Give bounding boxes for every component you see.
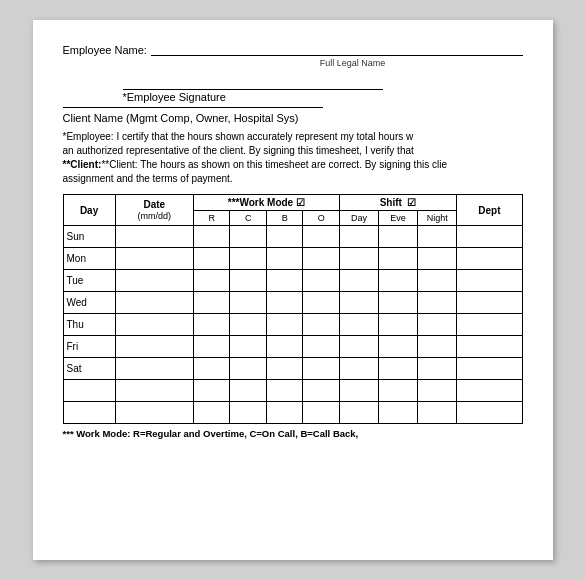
wm-o-sun — [303, 226, 340, 248]
divider — [63, 107, 323, 108]
table-row-extra1 — [63, 380, 522, 402]
page: Employee Name: Full Legal Name *Employee… — [33, 20, 553, 560]
shift-day-wed — [339, 292, 378, 314]
wm-b-sun — [266, 226, 303, 248]
day-sat: Sat — [63, 358, 115, 380]
col-workmode: ***Work Mode ☑ — [193, 195, 339, 211]
dept-thu — [457, 314, 522, 336]
dept-sat — [457, 358, 522, 380]
shift-eve-wed — [379, 292, 418, 314]
signature-line — [123, 74, 383, 90]
day-mon: Mon — [63, 248, 115, 270]
table-row: Wed — [63, 292, 522, 314]
dept-extra2 — [457, 402, 522, 424]
day-sun: Sun — [63, 226, 115, 248]
wm-r-thu — [193, 314, 230, 336]
shift-day-tue — [339, 270, 378, 292]
wm-b-tue — [266, 270, 303, 292]
shift-night-sat — [418, 358, 457, 380]
wm-o-extra1 — [303, 380, 340, 402]
wm-r-fri — [193, 336, 230, 358]
footnote-bold: *** Work Mode: R=Regular and Overtime, C… — [63, 428, 359, 439]
wm-c-extra1 — [230, 380, 267, 402]
date-tue — [115, 270, 193, 292]
wm-b-extra2 — [266, 402, 303, 424]
wm-b: B — [266, 211, 303, 226]
wm-o-thu — [303, 314, 340, 336]
shift-eve-extra2 — [379, 402, 418, 424]
col-shift: Shift ☑ — [339, 195, 456, 211]
wm-o-wed — [303, 292, 340, 314]
date-mon — [115, 248, 193, 270]
table-header-main: Day Date(mm/dd) ***Work Mode ☑ Shift ☑ D… — [63, 195, 522, 211]
table-row: Mon — [63, 248, 522, 270]
dept-sun — [457, 226, 522, 248]
shift-day-sun — [339, 226, 378, 248]
dept-mon — [457, 248, 522, 270]
shift-night-sun — [418, 226, 457, 248]
wm-r-mon — [193, 248, 230, 270]
wm-b-wed — [266, 292, 303, 314]
wm-c-sat — [230, 358, 267, 380]
table-row: Thu — [63, 314, 522, 336]
col-day: Day — [63, 195, 115, 226]
shift-night-extra2 — [418, 402, 457, 424]
shift-eve-fri — [379, 336, 418, 358]
wm-r-sat — [193, 358, 230, 380]
wm-b-fri — [266, 336, 303, 358]
table-row: Fri — [63, 336, 522, 358]
shift-day-extra2 — [339, 402, 378, 424]
wm-r-extra1 — [193, 380, 230, 402]
date-fri — [115, 336, 193, 358]
employee-name-line — [151, 40, 523, 56]
shift-night-extra1 — [418, 380, 457, 402]
date-sat — [115, 358, 193, 380]
wm-o-mon — [303, 248, 340, 270]
wm-r-extra2 — [193, 402, 230, 424]
day-wed: Wed — [63, 292, 115, 314]
signature-label: *Employee Signature — [123, 91, 523, 103]
signature-section: *Employee Signature — [63, 74, 523, 103]
wm-r-wed — [193, 292, 230, 314]
table-row: Sun — [63, 226, 522, 248]
full-legal-name-label: Full Legal Name — [63, 58, 523, 68]
timesheet-table: Day Date(mm/dd) ***Work Mode ☑ Shift ☑ D… — [63, 194, 523, 424]
shift-night-mon — [418, 248, 457, 270]
date-sun — [115, 226, 193, 248]
shift-day: Day — [339, 211, 378, 226]
wm-c-fri — [230, 336, 267, 358]
wm-b-mon — [266, 248, 303, 270]
shift-eve-sat — [379, 358, 418, 380]
footnote: *** Work Mode: R=Regular and Overtime, C… — [63, 428, 523, 439]
date-extra1 — [115, 380, 193, 402]
shift-night-tue — [418, 270, 457, 292]
wm-c-tue — [230, 270, 267, 292]
wm-r-tue — [193, 270, 230, 292]
wm-b-thu — [266, 314, 303, 336]
date-extra2 — [115, 402, 193, 424]
day-tue: Tue — [63, 270, 115, 292]
dept-fri — [457, 336, 522, 358]
day-extra1 — [63, 380, 115, 402]
client-name: Client Name (Mgmt Comp, Owner, Hospital … — [63, 112, 523, 124]
wm-b-sat — [266, 358, 303, 380]
shift-eve-thu — [379, 314, 418, 336]
employee-name-label: Employee Name: — [63, 44, 147, 56]
wm-o-extra2 — [303, 402, 340, 424]
wm-c-wed — [230, 292, 267, 314]
wm-c-mon — [230, 248, 267, 270]
wm-o-fri — [303, 336, 340, 358]
shift-day-thu — [339, 314, 378, 336]
day-thu: Thu — [63, 314, 115, 336]
shift-eve-sun — [379, 226, 418, 248]
wm-o: O — [303, 211, 340, 226]
day-extra2 — [63, 402, 115, 424]
shift-eve-tue — [379, 270, 418, 292]
shift-eve-extra1 — [379, 380, 418, 402]
dept-extra1 — [457, 380, 522, 402]
date-wed — [115, 292, 193, 314]
cert-client-bold: **Client: — [63, 159, 102, 170]
table-row-extra2 — [63, 402, 522, 424]
shift-day-sat — [339, 358, 378, 380]
wm-r: R — [193, 211, 230, 226]
